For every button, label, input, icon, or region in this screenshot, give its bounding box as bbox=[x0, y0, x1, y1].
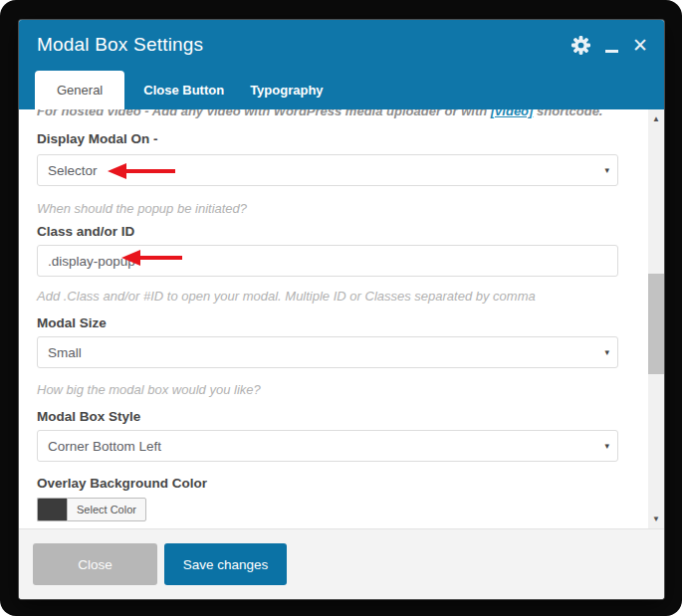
tab-close-button[interactable]: Close Button bbox=[130, 71, 237, 109]
scroll-down-icon[interactable]: ▼ bbox=[648, 511, 664, 526]
tab-typography[interactable]: Typography bbox=[237, 71, 336, 109]
modal-box-settings-dialog: Modal Box Settings ✕ bbox=[19, 20, 664, 599]
hosted-video-note: For hosted video - Add any video with Wo… bbox=[37, 109, 618, 121]
display-modal-on-label: Display Modal On - bbox=[37, 131, 618, 147]
settings-form: For hosted video - Add any video with Wo… bbox=[19, 109, 664, 528]
modal-size-select[interactable]: Small ▾ bbox=[37, 336, 618, 368]
modal-size-label: Modal Size bbox=[37, 315, 618, 331]
chevron-down-icon: ▾ bbox=[604, 165, 609, 175]
page-background: Modal Box Settings ✕ bbox=[0, 0, 682, 616]
modal-box-style-value: Corner Bottom Left bbox=[48, 439, 604, 454]
scrollbar-thumb[interactable] bbox=[648, 274, 664, 374]
dialog-title: Modal Box Settings bbox=[37, 34, 570, 56]
display-modal-on-select[interactable]: Selector ▾ bbox=[37, 154, 618, 186]
save-changes-button[interactable]: Save changes bbox=[164, 543, 287, 585]
overlay-color-picker[interactable]: Select Color bbox=[37, 498, 146, 521]
dialog-header: Modal Box Settings ✕ bbox=[19, 20, 664, 70]
video-shortcode-link[interactable]: [video] bbox=[491, 109, 534, 118]
chevron-down-icon: ▾ bbox=[604, 347, 609, 357]
modal-box-style-select[interactable]: Corner Bottom Left ▾ bbox=[37, 430, 618, 462]
modal-size-helper: How big the modal box would you like? bbox=[37, 381, 618, 399]
dialog-footer: Close Save changes bbox=[19, 528, 664, 599]
vertical-scrollbar[interactable]: ▲ ▼ bbox=[648, 109, 664, 528]
display-modal-on-helper: When should the popup be initiated? bbox=[37, 200, 618, 218]
scroll-up-icon[interactable]: ▲ bbox=[648, 110, 664, 126]
select-color-button[interactable]: Select Color bbox=[67, 498, 146, 521]
color-swatch[interactable] bbox=[37, 498, 67, 521]
tab-general[interactable]: General bbox=[35, 71, 124, 109]
close-icon[interactable]: ✕ bbox=[632, 34, 648, 56]
class-id-label: Class and/or ID bbox=[37, 224, 618, 240]
modal-size-value: Small bbox=[48, 345, 604, 360]
tab-bar: General Close Button Typography bbox=[19, 70, 664, 109]
chevron-down-icon: ▾ bbox=[604, 441, 609, 451]
class-id-helper: Add .Class and/or #ID to open your modal… bbox=[37, 288, 618, 306]
class-id-input[interactable] bbox=[37, 245, 618, 277]
gear-icon[interactable] bbox=[570, 34, 591, 56]
minimize-icon[interactable] bbox=[605, 34, 618, 56]
display-modal-on-value: Selector bbox=[48, 163, 604, 178]
overlay-color-label: Overlay Background Color bbox=[37, 476, 618, 492]
close-button[interactable]: Close bbox=[33, 543, 157, 585]
modal-box-style-label: Modal Box Style bbox=[37, 409, 618, 425]
